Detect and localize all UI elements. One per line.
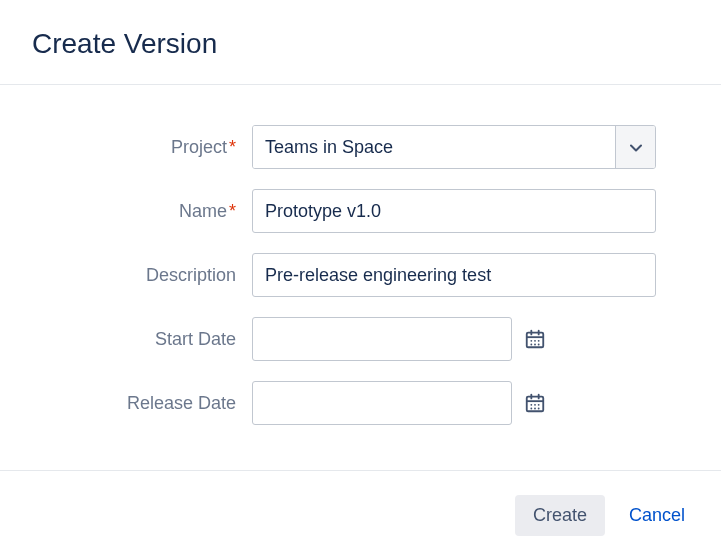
svg-point-15 bbox=[534, 404, 536, 406]
project-label: Project* bbox=[32, 137, 252, 158]
svg-point-16 bbox=[538, 404, 540, 406]
release-date-label: Release Date bbox=[32, 393, 252, 414]
name-label: Name* bbox=[32, 201, 252, 222]
dialog-title: Create Version bbox=[32, 28, 689, 60]
description-input[interactable] bbox=[252, 253, 656, 297]
name-row: Name* bbox=[32, 189, 689, 233]
description-row: Description bbox=[32, 253, 689, 297]
description-label: Description bbox=[32, 265, 252, 286]
svg-point-6 bbox=[538, 340, 540, 342]
project-select-value: Teams in Space bbox=[253, 126, 615, 168]
create-button[interactable]: Create bbox=[515, 495, 605, 536]
create-version-dialog: Create Version Project* Teams in Space bbox=[0, 0, 721, 560]
release-date-row: Release Date bbox=[32, 381, 689, 425]
svg-point-19 bbox=[538, 408, 540, 410]
svg-point-4 bbox=[530, 340, 532, 342]
project-row: Project* Teams in Space bbox=[32, 125, 689, 169]
name-input[interactable] bbox=[252, 189, 656, 233]
svg-point-18 bbox=[534, 408, 536, 410]
form-body: Project* Teams in Space Name* bbox=[0, 85, 721, 470]
svg-point-17 bbox=[530, 408, 532, 410]
project-select[interactable]: Teams in Space bbox=[252, 125, 656, 169]
chevron-down-icon bbox=[630, 138, 642, 156]
svg-point-8 bbox=[534, 344, 536, 346]
cancel-button[interactable]: Cancel bbox=[625, 495, 689, 536]
project-select-toggle[interactable] bbox=[615, 126, 655, 168]
svg-point-9 bbox=[538, 344, 540, 346]
svg-point-7 bbox=[530, 344, 532, 346]
dialog-header: Create Version bbox=[0, 0, 721, 85]
start-date-row: Start Date bbox=[32, 317, 689, 361]
start-date-label: Start Date bbox=[32, 329, 252, 350]
svg-point-5 bbox=[534, 340, 536, 342]
start-date-input[interactable] bbox=[252, 317, 512, 361]
required-marker: * bbox=[229, 137, 236, 157]
dialog-footer: Create Cancel bbox=[0, 470, 721, 560]
release-date-input[interactable] bbox=[252, 381, 512, 425]
svg-point-14 bbox=[530, 404, 532, 406]
required-marker: * bbox=[229, 201, 236, 221]
start-date-calendar-icon[interactable] bbox=[524, 328, 546, 350]
release-date-calendar-icon[interactable] bbox=[524, 392, 546, 414]
